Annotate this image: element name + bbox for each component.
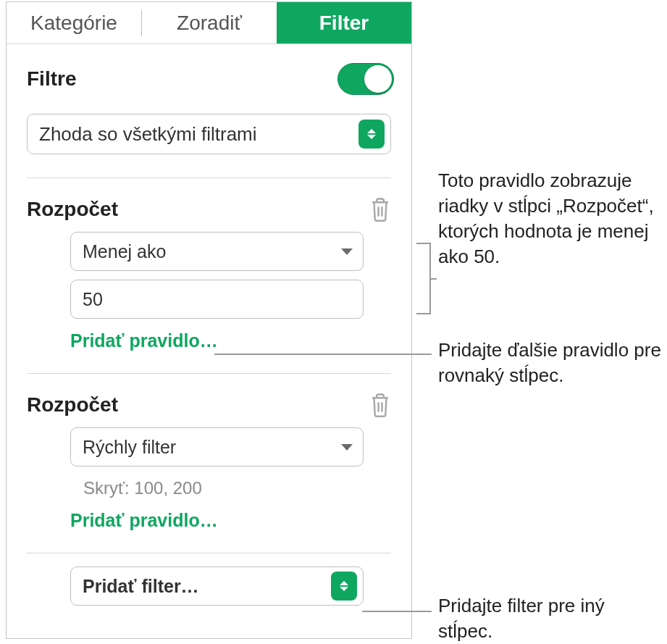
updown-chevron-icon bbox=[358, 120, 385, 149]
match-dropdown-label: Zhoda so všetkými filtrami bbox=[39, 123, 257, 146]
tab-categories-label: Kategórie bbox=[30, 12, 117, 35]
add-filter-label: Pridať filter… bbox=[83, 576, 199, 597]
filters-toggle[interactable] bbox=[337, 63, 394, 95]
callout-line bbox=[214, 354, 432, 355]
add-rule-link[interactable]: Pridať pravidlo… bbox=[70, 506, 218, 547]
toggle-knob bbox=[364, 65, 392, 93]
filter-group-column: Rozpočet bbox=[27, 393, 118, 417]
rule-type-dropdown[interactable]: Rýchly filter bbox=[70, 427, 364, 467]
divider bbox=[27, 373, 391, 374]
tab-categories[interactable]: Kategórie bbox=[7, 2, 141, 43]
filter-group-column: Rozpočet bbox=[27, 198, 118, 221]
updown-chevron-icon bbox=[331, 572, 357, 601]
tab-sort-label: Zoradiť bbox=[177, 12, 242, 35]
chevron-down-icon bbox=[341, 444, 353, 451]
rule-type-label: Rýchly filter bbox=[83, 437, 176, 458]
tab-filter-label: Filter bbox=[319, 12, 369, 35]
callout-line bbox=[416, 313, 431, 314]
annotation-text: Toto pravidlo zobrazuje riadky v stĺpci … bbox=[438, 168, 663, 269]
divider bbox=[27, 177, 391, 178]
rule-value-input[interactable] bbox=[70, 280, 364, 319]
filters-header-row: Filtre bbox=[7, 44, 411, 109]
divider bbox=[27, 553, 391, 553]
annotation-text: Pridajte ďalšie pravidlo pre rovnaký stĺ… bbox=[438, 338, 663, 388]
filter-sidebar: Kategórie Zoradiť Filter Filtre Zhoda so… bbox=[6, 1, 412, 639]
filters-title: Filtre bbox=[27, 67, 76, 91]
annotation-text: Pridajte filter pre iný stĺpec. bbox=[438, 593, 655, 644]
filter-group-header: Rozpočet bbox=[7, 184, 411, 232]
filter-rule-block: Menej ako Pridať pravidlo… bbox=[7, 232, 411, 367]
callout-line bbox=[431, 278, 437, 280]
chevron-down-icon bbox=[341, 248, 353, 255]
filter-group-header: Rozpočet bbox=[7, 380, 411, 427]
quick-filter-hide-text: Skryť: 100, 200 bbox=[70, 475, 364, 506]
trash-icon[interactable] bbox=[369, 393, 391, 417]
sidebar-tabs: Kategórie Zoradiť Filter bbox=[7, 2, 411, 44]
rule-type-dropdown[interactable]: Menej ako bbox=[70, 232, 364, 271]
rule-type-label: Menej ako bbox=[83, 241, 166, 262]
tab-sort[interactable]: Zoradiť bbox=[142, 2, 277, 43]
match-dropdown[interactable]: Zhoda so všetkými filtrami bbox=[27, 114, 391, 154]
callout-line bbox=[416, 243, 431, 244]
callout-line bbox=[362, 611, 432, 612]
add-rule-link[interactable]: Pridať pravidlo… bbox=[70, 326, 218, 367]
tab-filter[interactable]: Filter bbox=[277, 2, 411, 43]
add-filter-dropdown[interactable]: Pridať filter… bbox=[70, 566, 364, 606]
trash-icon[interactable] bbox=[369, 197, 391, 222]
filter-rule-block: Rýchly filter Skryť: 100, 200 Pridať pra… bbox=[7, 427, 411, 547]
